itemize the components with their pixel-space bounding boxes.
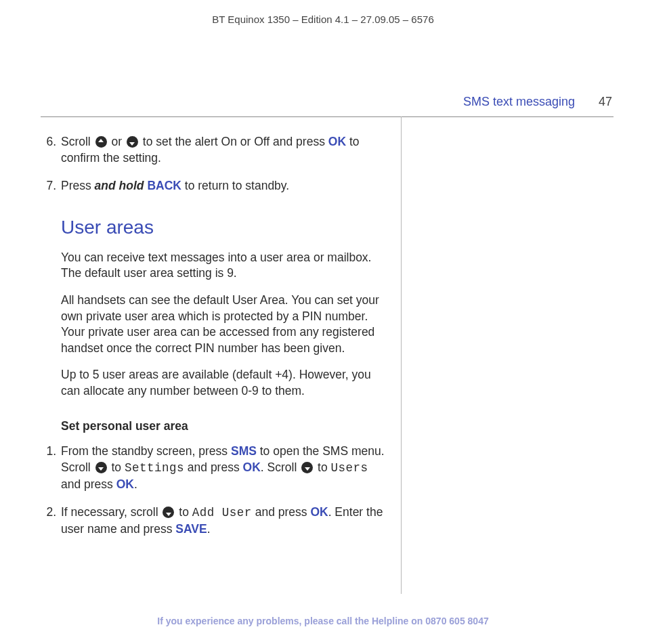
sms-key: SMS [231, 444, 257, 458]
text: to [314, 460, 330, 474]
text: and press [252, 505, 311, 519]
nav-up-icon [95, 136, 107, 148]
text: If necessary, scroll [61, 505, 161, 519]
ok-key: OK [116, 477, 134, 491]
nav-down-icon [301, 462, 313, 473]
step-7: Press and hold BACK to return to standby… [60, 178, 389, 194]
nav-down-icon [163, 507, 174, 518]
page-number: 47 [599, 95, 612, 109]
ok-key: OK [310, 505, 328, 519]
footer-phone: 0870 605 8047 [425, 616, 488, 626]
manual-page: BT Equinox 1350 – Edition 4.1 – 27.09.05… [0, 0, 646, 644]
text: . Scroll [261, 460, 300, 474]
text: and press [184, 460, 243, 474]
user-areas-title: User areas [61, 215, 389, 240]
text: to set the alert On or Off and press [139, 135, 328, 148]
ok-key: OK [328, 135, 346, 148]
section-title-running: SMS text messaging [463, 95, 575, 109]
nav-down-icon [127, 136, 138, 148]
nav-down-icon [95, 462, 107, 473]
lcd-add-user: Add User [192, 506, 252, 519]
text: . [134, 477, 137, 491]
set-step-1: From the standby screen, press SMS to op… [60, 444, 389, 492]
ok-key: OK [243, 460, 261, 474]
set-personal-user-area-heading: Set personal user area [61, 418, 389, 435]
text: Press [61, 179, 95, 192]
column-divider [401, 116, 402, 594]
step-6: Scroll or to set the alert On or Off and… [60, 134, 389, 166]
lcd-users: Users [330, 461, 368, 475]
user-areas-section: User areas You can receive text messages… [41, 215, 389, 434]
text: to [175, 505, 192, 519]
and-hold-emphasis: and hold [95, 179, 144, 192]
text: or [108, 135, 125, 148]
set-step-2: If necessary, scroll to Add User and pre… [60, 505, 389, 537]
text: to return to standby. [181, 179, 289, 192]
save-key: SAVE [175, 522, 207, 536]
text: to [108, 460, 125, 474]
text: and press [61, 477, 116, 491]
set-personal-steps-list: From the standby screen, press SMS to op… [41, 444, 389, 537]
text: From the standby screen, press [61, 444, 231, 458]
continued-steps-list: Scroll or to set the alert On or Off and… [41, 134, 389, 194]
user-areas-p3: Up to 5 user areas are available (defaul… [61, 367, 389, 399]
footer-text: If you experience any problems, please c… [157, 616, 425, 626]
helpline-footer: If you experience any problems, please c… [0, 616, 646, 626]
lcd-settings: Settings [125, 461, 184, 475]
doc-header: BT Equinox 1350 – Edition 4.1 – 27.09.05… [0, 14, 646, 25]
user-areas-p1: You can receive text messages into a use… [61, 250, 389, 282]
back-key: BACK [147, 179, 181, 192]
user-areas-p2: All handsets can see the default User Ar… [61, 293, 389, 357]
main-content: Scroll or to set the alert On or Off and… [41, 134, 389, 549]
text: . [207, 522, 211, 536]
header-rule [41, 116, 613, 117]
text: Scroll [61, 135, 94, 148]
